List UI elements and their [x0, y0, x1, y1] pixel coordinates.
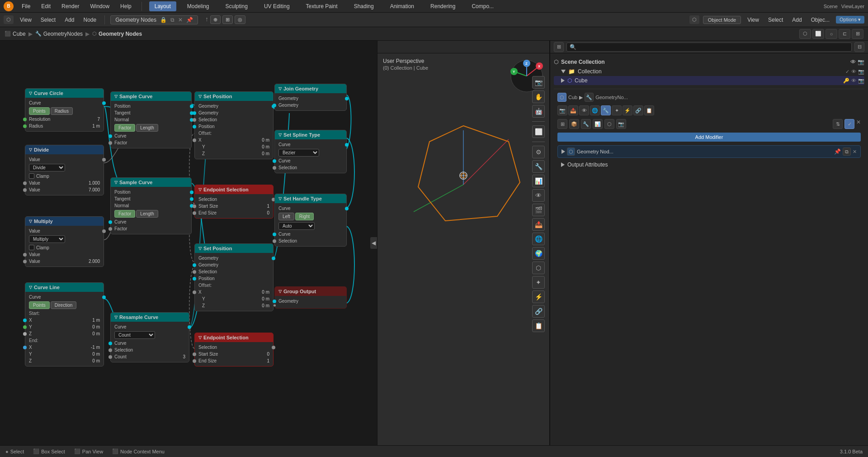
socket-sht-curve[interactable] — [273, 233, 276, 236]
workspace-modeling[interactable]: Modeling — [182, 1, 215, 11]
hand-btn[interactable]: ✋ — [532, 90, 545, 103]
coll-eye-icon2[interactable]: 👁 — [851, 69, 856, 75]
sht-collapse[interactable]: ▽ — [278, 196, 282, 201]
socket-sht-sel[interactable] — [273, 239, 276, 243]
resample-collapse[interactable]: ▽ — [114, 315, 118, 319]
socket-sc1-factor-in[interactable] — [108, 141, 112, 145]
sidebar-collapse-btn[interactable]: ◀ — [370, 237, 377, 249]
socket-divide-val1[interactable] — [23, 181, 27, 185]
viewport-object[interactable]: Objec... — [808, 16, 832, 24]
sht-mode-dropdown[interactable]: Auto — [278, 222, 315, 230]
breadcrumb-geonodes[interactable]: GeometryNodes — [43, 31, 83, 37]
robot-btn[interactable]: 🤖 — [532, 105, 545, 118]
prop-icon-output[interactable]: 📤 — [568, 105, 578, 115]
node-set-handle-type[interactable]: ▽ Set Handle Type Curve Left Right Auto — [274, 194, 347, 247]
outline-icon[interactable]: ⊞ — [554, 42, 564, 52]
multiply-collapse-icon[interactable]: ▽ — [29, 219, 32, 224]
mode-points-btn[interactable]: Points — [29, 107, 50, 115]
title-close-icon[interactable]: ✕ — [178, 17, 183, 23]
node-sample-curve-1[interactable]: ▽ Sample Curve Position Tangent Normal F… — [110, 91, 192, 148]
socket-sc2-factor-in[interactable] — [108, 227, 112, 231]
socket-setpos2-out[interactable] — [272, 257, 275, 260]
node-divide[interactable]: ▽ Divide Value Divide Clamp — [25, 145, 104, 195]
mod-ctrl-3[interactable]: 🔧 — [581, 119, 591, 129]
sc2-collapse[interactable]: ▽ — [114, 180, 118, 185]
menu-help[interactable]: Help — [118, 2, 134, 10]
tools-btn[interactable]: 🔧 — [532, 160, 545, 173]
mod-expand-icon[interactable] — [561, 149, 565, 154]
socket-join-out[interactable] — [345, 97, 349, 100]
node-resample-curve[interactable]: ▽ Resample Curve Curve Count Curve — [110, 312, 189, 362]
mod-pin-icon[interactable]: 📌 — [834, 148, 841, 155]
prop-icon-render[interactable]: 📷 — [557, 105, 567, 115]
socket-setpos1-x[interactable] — [193, 138, 196, 142]
socket-sc1-pos-out[interactable] — [190, 105, 193, 108]
filter-icon[interactable]: ⊟ — [854, 42, 864, 52]
header-add[interactable]: Add — [62, 16, 77, 24]
prop-modifier-icon[interactable]: 🔧 — [585, 93, 594, 102]
mod-close-icon[interactable]: ✕ — [856, 119, 861, 129]
node-endpoint-sel-1[interactable]: ▽ Endpoint Selection Selection Start Siz… — [194, 185, 274, 219]
socket-resample-out[interactable] — [188, 325, 191, 329]
socket-join-in[interactable] — [273, 104, 276, 107]
divide-collapse-icon[interactable]: ▽ — [29, 148, 32, 152]
socket-setpos2-x[interactable] — [193, 290, 196, 294]
prop-icon-view[interactable]: 👁 — [579, 105, 589, 115]
prop-icon-data[interactable]: 📋 — [644, 105, 654, 115]
view-btn[interactable]: ⬜ — [532, 125, 545, 138]
prop-icon-scene[interactable]: 🌐 — [590, 105, 600, 115]
mod-ctrl-4[interactable]: 📊 — [593, 119, 603, 129]
node-curve-line[interactable]: ▽ Curve Line Curve Points Direction Star… — [25, 282, 104, 367]
workspace-texture[interactable]: Texture Paint — [301, 1, 343, 11]
vp-all[interactable]: ⊞ — [852, 29, 863, 39]
workspace-shading[interactable]: Shading — [349, 1, 379, 11]
coll-eye-icon[interactable]: 👁 — [850, 59, 856, 65]
menu-edit[interactable]: Edit — [38, 2, 53, 10]
socket-sc2-curve-in[interactable] — [108, 220, 112, 224]
mod-ctrl-1[interactable]: ⊞ — [557, 119, 567, 129]
socket-sst-curve-in[interactable] — [273, 159, 276, 163]
mode-radius-btn[interactable]: Radius — [51, 107, 73, 115]
viewport-view[interactable]: View — [745, 16, 762, 24]
vp-circle[interactable]: ○ — [826, 29, 837, 39]
workspace-compositing[interactable]: Compo... — [466, 1, 499, 11]
coll-check-icon[interactable]: ✓ — [845, 69, 849, 75]
header-select[interactable]: Select — [38, 16, 58, 24]
socket-setpos2-sel[interactable] — [193, 270, 196, 274]
workspace-animation[interactable]: Animation — [385, 1, 420, 11]
title-pin-icon[interactable]: 📌 — [186, 17, 193, 23]
line-points-btn[interactable]: Points — [29, 301, 50, 309]
node-endpoint-sel-2[interactable]: ▽ Endpoint Selection Selection Start Siz… — [194, 333, 274, 367]
prop-type-icon[interactable]: ⬡ — [557, 93, 566, 102]
constraints-btn[interactable]: 🔗 — [532, 305, 545, 318]
socket-resample-count[interactable] — [108, 355, 112, 359]
mod-ctrl-2[interactable]: 📦 — [569, 119, 579, 129]
search-bar[interactable]: 🔍 — [566, 43, 852, 52]
vp-lasso[interactable]: ⊏ — [839, 29, 850, 39]
mod-ctrl-5[interactable]: ⬡ — [604, 119, 614, 129]
go-collapse[interactable]: ▽ — [278, 289, 282, 294]
node-editor[interactable]: ▽ Curve Circle Curve Points Radius Resol… — [0, 41, 377, 445]
line-dir-btn[interactable]: Direction — [51, 301, 76, 309]
socket-resample-sel[interactable] — [108, 348, 112, 352]
particles-btn[interactable]: ✦ — [532, 276, 545, 289]
sst-collapse[interactable]: ▽ — [278, 133, 282, 137]
node-group-output[interactable]: ▽ Group Output Geometry — [274, 286, 347, 309]
node-multiply[interactable]: ▽ Multiply Value Multiply Clamp — [25, 216, 104, 267]
socket-setpos1-pos[interactable] — [193, 125, 196, 129]
header-view[interactable]: View — [17, 16, 34, 24]
socket-multiply-val2[interactable] — [23, 260, 27, 263]
socket-setpos1-geom[interactable] — [193, 111, 196, 115]
node-set-position-1[interactable]: ▽ Set Position Geometry Geometry Selecti… — [194, 91, 274, 159]
curve-circle-collapse-icon[interactable]: ▽ — [29, 91, 32, 95]
socket-sht-out[interactable] — [345, 207, 349, 210]
cube-key-icon[interactable]: 🔑 — [843, 78, 849, 84]
socket-setpos1-sel[interactable] — [193, 118, 196, 122]
vp-select-mode[interactable]: ⬡ — [799, 29, 811, 39]
coll-render-icon2[interactable]: 📷 — [858, 69, 864, 75]
prop-icon-physics[interactable]: ⚡ — [623, 105, 632, 115]
physics-btn[interactable]: ⚡ — [532, 290, 545, 303]
node-curve-circle[interactable]: ▽ Curve Circle Curve Points Radius Resol… — [25, 88, 104, 132]
socket-line-out[interactable] — [102, 295, 106, 299]
socket-divide-out[interactable] — [102, 158, 106, 162]
